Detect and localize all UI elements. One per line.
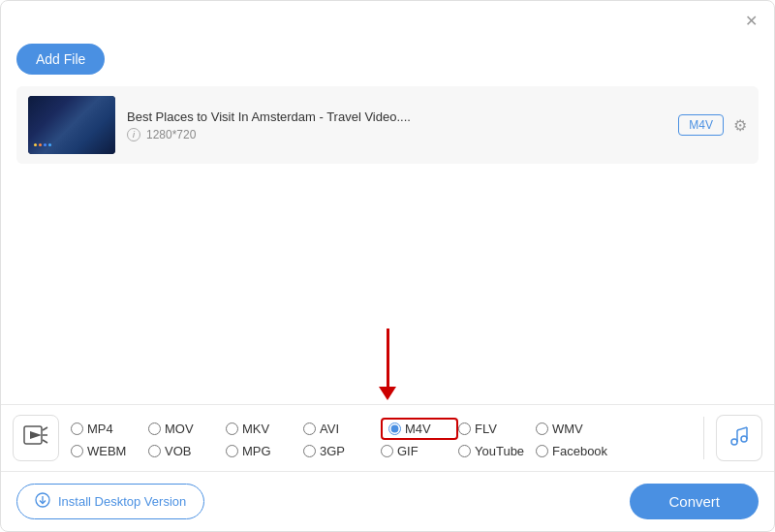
svg-point-5 <box>731 439 737 445</box>
add-file-button[interactable]: Add File <box>16 44 105 75</box>
arrow-head <box>379 387 396 400</box>
light-yellow <box>34 143 37 146</box>
arrow-line <box>387 329 389 387</box>
format-option-webm[interactable]: WEBM <box>71 444 148 458</box>
format-label-gif: GIF <box>397 444 418 458</box>
format-option-mpg[interactable]: MPG <box>226 444 303 458</box>
format-row-2: WEBM VOB MPG 3GP GIF <box>71 444 699 458</box>
bottom-bar: Install Desktop Version Convert <box>1 472 774 531</box>
settings-icon: ⚙ <box>733 116 747 135</box>
format-label-mp4: MP4 <box>87 422 113 436</box>
thumbnail-image <box>28 96 115 154</box>
format-option-youtube[interactable]: YouTube <box>458 444 536 458</box>
info-icon: i <box>127 128 140 141</box>
svg-line-2 <box>43 427 47 430</box>
format-label-facebook: Facebook <box>552 444 607 458</box>
svg-marker-1 <box>30 431 42 439</box>
light-cyan <box>48 143 51 146</box>
format-label-webm: WEBM <box>87 444 126 458</box>
format-option-m4v[interactable]: M4V <box>381 418 458 440</box>
format-option-vob[interactable]: VOB <box>148 444 226 458</box>
format-option-mov[interactable]: MOV <box>148 422 226 436</box>
format-label-m4v: M4V <box>405 422 431 436</box>
file-item: Best Places to Visit In Amsterdam - Trav… <box>16 86 759 164</box>
light-blue <box>44 143 46 146</box>
file-meta: i 1280*720 <box>127 128 666 141</box>
red-arrow <box>379 329 396 400</box>
format-label-avi: AVI <box>320 422 339 436</box>
close-icon: ✕ <box>745 12 758 30</box>
video-format-icon-container[interactable] <box>13 415 59 461</box>
format-bar-divider <box>703 417 704 459</box>
svg-line-9 <box>737 427 747 430</box>
format-label-youtube: YouTube <box>475 444 524 458</box>
format-option-avi[interactable]: AVI <box>303 422 381 436</box>
format-label-flv: FLV <box>475 422 497 436</box>
svg-line-3 <box>43 440 47 443</box>
format-bar: MP4 MOV MKV AVI M4V <box>1 404 774 472</box>
title-bar: ✕ <box>1 1 774 40</box>
install-desktop-button[interactable]: Install Desktop Version <box>16 484 204 519</box>
file-info: Best Places to Visit In Amsterdam - Trav… <box>127 110 666 141</box>
svg-point-6 <box>741 436 747 442</box>
video-icon <box>23 422 48 454</box>
format-option-3gp[interactable]: 3GP <box>303 444 381 458</box>
format-option-wmv[interactable]: WMV <box>536 422 605 436</box>
close-button[interactable]: ✕ <box>739 9 762 32</box>
format-badge: M4V <box>678 114 724 136</box>
format-option-flv[interactable]: FLV <box>458 422 536 436</box>
format-option-gif[interactable]: GIF <box>381 444 458 458</box>
audio-format-icon-container[interactable] <box>716 415 762 461</box>
format-label-3gp: 3GP <box>320 444 345 458</box>
format-option-facebook[interactable]: Facebook <box>536 444 607 458</box>
format-label-vob: VOB <box>165 444 191 458</box>
file-list: Best Places to Visit In Amsterdam - Trav… <box>1 86 774 317</box>
thumbnail-lights <box>34 143 51 146</box>
file-resolution: 1280*720 <box>146 128 196 141</box>
format-option-mp4[interactable]: MP4 <box>71 422 148 436</box>
format-row-1: MP4 MOV MKV AVI M4V <box>71 418 699 440</box>
settings-button[interactable]: ⚙ <box>733 116 747 135</box>
toolbar: Add File <box>1 40 774 86</box>
main-window: ✕ Add File Best Places to Visit In Amste… <box>0 0 775 532</box>
music-icon <box>728 425 750 452</box>
file-title: Best Places to Visit In Amsterdam - Trav… <box>127 110 666 124</box>
format-label-mkv: MKV <box>242 422 269 436</box>
download-icon <box>35 492 50 511</box>
convert-button[interactable]: Convert <box>630 484 759 519</box>
light-orange <box>39 143 42 146</box>
file-thumbnail <box>28 96 115 154</box>
format-label-mov: MOV <box>165 422 194 436</box>
format-options-container: MP4 MOV MKV AVI M4V <box>71 418 699 458</box>
format-label-wmv: WMV <box>552 422 583 436</box>
format-option-mkv[interactable]: MKV <box>226 422 303 436</box>
arrow-annotation <box>1 317 774 404</box>
format-label-mpg: MPG <box>242 444 271 458</box>
install-label: Install Desktop Version <box>58 494 186 509</box>
file-actions: M4V ⚙ <box>678 114 747 136</box>
